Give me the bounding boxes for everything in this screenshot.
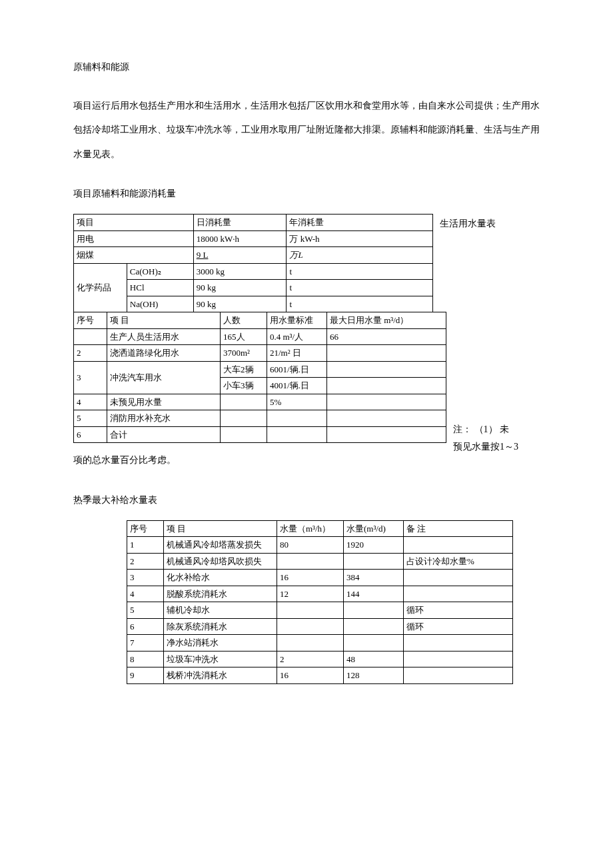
cell: 0.4 m³/人 (267, 328, 327, 345)
cell: HCl (127, 280, 193, 296)
table-row: 3 冲洗汽车用水 大车2辆 6001/辆.日 (74, 361, 446, 378)
cell: 144 (344, 586, 404, 602)
cell: 12 (277, 586, 344, 602)
cell (404, 586, 513, 602)
cell (344, 553, 404, 570)
header-cell: 年消耗量 (287, 215, 433, 231)
table-row: 项目 日消耗量 年消耗量 (74, 215, 433, 231)
table-row: 7净水站消耗水 (127, 635, 513, 651)
cell: 净水站消耗水 (164, 635, 277, 651)
cell: 5 (127, 602, 164, 619)
section-title: 原辅料和能源 (73, 60, 540, 74)
cell (327, 361, 446, 378)
cell: 5% (267, 394, 327, 410)
table-row: 序号 项 目 人数 用水量标准 最大日用水量 m³/d） (74, 312, 446, 329)
cell (404, 651, 513, 667)
cell: 9 (127, 667, 164, 684)
cell: 化水补给水 (164, 570, 277, 586)
cell: 化学药品 (74, 263, 127, 312)
table-row: 4 未预见用水量 5% (74, 394, 446, 410)
cell: 8 (127, 651, 164, 667)
header-cell: 水量（m³/h） (277, 520, 344, 537)
header-cell: 备 注 (404, 520, 513, 537)
cell (277, 618, 344, 635)
table-row: 8垃圾车冲洗水248 (127, 651, 513, 667)
cell (404, 635, 513, 651)
side-note-b: 预见水量按1～3 (453, 440, 566, 454)
table-row: 烟煤 9 L 万L (74, 247, 433, 264)
side-note-a: 注： （1） 未 (453, 422, 566, 436)
cell: 脱酸系统消耗水 (164, 586, 277, 602)
cell: t (287, 296, 433, 312)
cell: 6 (74, 426, 107, 443)
table-row: 用电 18000 kW·h 万 kW-h (74, 230, 433, 247)
cell: 合计 (107, 426, 221, 443)
table-row: 6除灰系统消耗水循环 (127, 618, 513, 635)
energy-consumption-table: 项目 日消耗量 年消耗量 用电 18000 kW·h 万 kW-h 烟煤 9 L… (73, 214, 433, 312)
cell (277, 602, 344, 619)
cell: 3 (74, 361, 107, 394)
cell (404, 667, 513, 684)
cell: 128 (344, 667, 404, 684)
side-label-domestic-water: 生活用水量表 (440, 217, 520, 230)
table-row: 3化水补给水16384 (127, 570, 513, 586)
cell: 384 (344, 570, 404, 586)
cell: 5 (74, 410, 107, 427)
cell: 16 (277, 667, 344, 684)
cell: 3000 kg (193, 263, 287, 280)
table-row: 化学药品 Ca(OH)₂ 3000 kg t (74, 263, 433, 280)
intro-paragraph: 项目运行后用水包括生产用水和生活用水，生活用水包括厂区饮用水和食堂用水等，由自来… (73, 94, 540, 167)
cell: 2 (277, 651, 344, 667)
cell: 烟煤 (74, 247, 194, 264)
header-cell: 日消耗量 (193, 215, 287, 231)
cell: 消防用水补充水 (107, 410, 221, 427)
table-row: 2机械通风冷却塔风吹损失占设计冷却水量% (127, 553, 513, 570)
cell: 4001/辆.日 (267, 378, 327, 394)
cell: 7 (127, 635, 164, 651)
cell: 90 kg (193, 296, 287, 312)
cell: 90 kg (193, 280, 287, 296)
subsection-title-3: 热季最大补给水量表 (73, 493, 540, 507)
cell: 用电 (74, 230, 194, 247)
cell: 3700m² (221, 345, 267, 362)
cell: 4 (74, 394, 107, 410)
cell (221, 426, 267, 443)
cell: 万 kW-h (287, 230, 433, 247)
cell (267, 410, 327, 427)
cell: 冲洗汽车用水 (107, 361, 221, 394)
cell: 生产人员生活用水 (107, 328, 221, 345)
cell (221, 410, 267, 427)
cell: 6001/辆.日 (267, 361, 327, 378)
header-cell: 项目 (74, 215, 194, 231)
cell (327, 410, 446, 427)
cell: 21/m² 日 (267, 345, 327, 362)
cell: 大车2辆 (221, 361, 267, 378)
table-row: 5辅机冷却水循环 (127, 602, 513, 619)
table-row: 1机械通风冷却塔蒸发损失801920 (127, 537, 513, 554)
cell: 1 (127, 537, 164, 554)
table-row: 5 消防用水补充水 (74, 410, 446, 427)
header-cell: 人数 (221, 312, 267, 329)
cell (344, 635, 404, 651)
cell: 9 L (193, 247, 287, 264)
cell (404, 537, 513, 554)
cell: 2 (127, 553, 164, 570)
header-cell: 用水量标准 (267, 312, 327, 329)
cell: 未预见用水量 (107, 394, 221, 410)
cell: 4 (127, 586, 164, 602)
cell (267, 426, 327, 443)
cell: Na(OH) (127, 296, 193, 312)
cell (327, 345, 446, 362)
cell: 小车3辆 (221, 378, 267, 394)
cell: 栈桥冲洗消耗水 (164, 667, 277, 684)
cell: 循环 (404, 602, 513, 619)
cell: 16 (277, 570, 344, 586)
cell (344, 602, 404, 619)
header-cell: 序号 (127, 520, 164, 537)
cell: 辅机冷却水 (164, 602, 277, 619)
header-cell: 项 目 (107, 312, 221, 329)
table-row: 6 合计 (74, 426, 446, 443)
domestic-water-table: 序号 项 目 人数 用水量标准 最大日用水量 m³/d） 生产人员生活用水 16… (73, 312, 446, 443)
table-row: HCl 90 kg t (74, 280, 433, 296)
cell: 机械通风冷却塔风吹损失 (164, 553, 277, 570)
